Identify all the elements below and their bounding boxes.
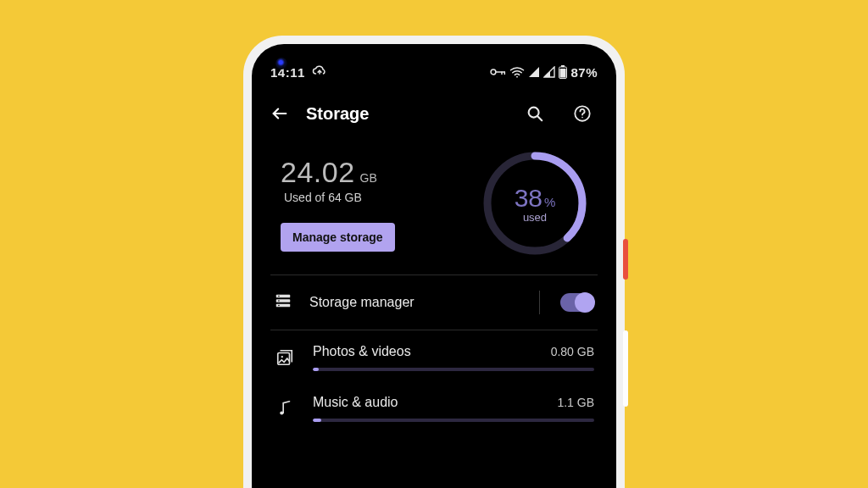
svg-point-7 [581, 117, 583, 119]
photos-icon [274, 348, 296, 367]
svg-point-17 [281, 356, 283, 358]
status-battery-text: 87% [570, 65, 598, 80]
storage-manager-toggle[interactable] [560, 293, 594, 312]
battery-icon [559, 65, 567, 79]
app-bar: Storage [270, 90, 598, 137]
front-camera [275, 58, 287, 69]
percent-subtitle: used [523, 211, 547, 224]
side-button-bottom [623, 330, 628, 407]
phone-frame: 14:11 [243, 36, 625, 488]
used-amount: 24.02 [281, 156, 355, 189]
help-button[interactable] [567, 98, 598, 129]
search-button[interactable] [520, 98, 550, 129]
page-title: Storage [306, 104, 503, 124]
status-bar: 14:11 [270, 44, 598, 90]
row-progress [313, 419, 594, 422]
svg-point-18 [280, 411, 283, 414]
category-row-photos[interactable]: Photos & videos 0.80 GB [270, 330, 598, 381]
manage-storage-button[interactable]: Manage storage [281, 223, 395, 252]
row-label: Music & audio [313, 395, 398, 410]
back-button[interactable] [270, 104, 289, 123]
svg-point-0 [492, 69, 497, 75]
row-value: 1.1 GB [557, 396, 594, 409]
music-icon [274, 399, 296, 418]
storage-summary: 24.02 GB Used of 64 GB Manage storage 38 [270, 137, 598, 275]
wifi-icon [509, 66, 525, 78]
storage-manager-icon [274, 291, 292, 313]
side-button-top [623, 239, 628, 280]
vpn-key-icon [489, 66, 506, 78]
divider [539, 291, 540, 314]
screen: 14:11 [252, 44, 616, 488]
row-label: Photos & videos [313, 344, 411, 359]
signal-icon-2 [543, 66, 555, 78]
row-progress [313, 368, 594, 371]
svg-point-13 [278, 296, 280, 297]
used-unit: GB [360, 171, 377, 185]
percent-value: 38 [515, 184, 542, 213]
svg-rect-4 [560, 69, 566, 78]
row-value: 0.80 GB [551, 345, 594, 358]
cloud-backup-icon [312, 64, 327, 81]
phone-bezel: 14:11 [252, 44, 616, 488]
svg-point-15 [278, 305, 280, 307]
storage-manager-label: Storage manager [309, 295, 522, 310]
category-row-music[interactable]: Music & audio 1.1 GB [270, 381, 598, 432]
status-time: 14:11 [270, 65, 305, 80]
svg-point-14 [278, 300, 280, 302]
signal-icon-1 [528, 66, 540, 78]
used-subtitle: Used of 64 GB [284, 191, 395, 204]
usage-ring: 38 % used [481, 149, 589, 258]
percent-symbol: % [544, 195, 555, 209]
storage-manager-row[interactable]: Storage manager [270, 275, 598, 330]
svg-point-1 [517, 76, 519, 78]
